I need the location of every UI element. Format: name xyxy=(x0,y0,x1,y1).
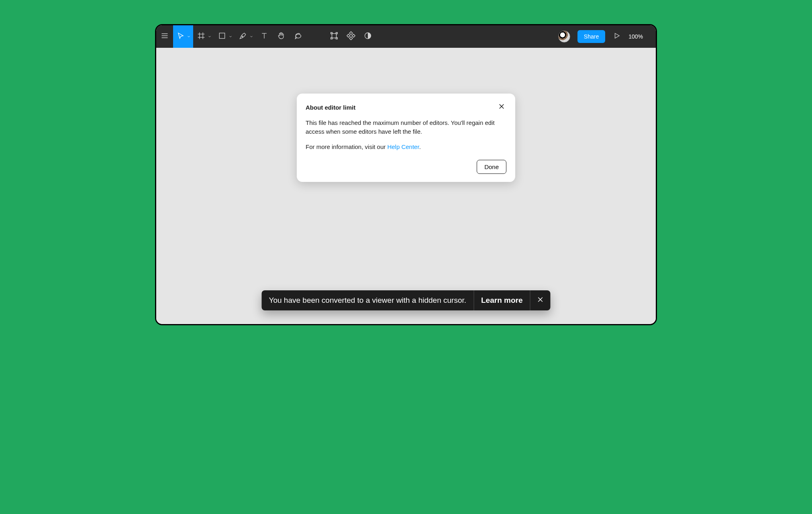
toolbar-left xyxy=(156,25,376,48)
done-button[interactable]: Done xyxy=(477,160,506,174)
user-avatar[interactable] xyxy=(558,31,570,43)
svg-rect-15 xyxy=(336,38,338,39)
chevron-down-icon xyxy=(208,35,212,39)
comment-tool-button[interactable] xyxy=(290,25,306,48)
svg-rect-7 xyxy=(219,33,224,38)
components-tool-button[interactable] xyxy=(343,25,359,48)
pen-icon xyxy=(239,32,247,41)
modal-body-line2: For more information, visit our Help Cen… xyxy=(306,143,506,151)
modal-body-line1: This file has reached the maximum number… xyxy=(306,118,506,136)
chevron-down-icon xyxy=(187,35,191,39)
zoom-label: 100% xyxy=(628,33,643,40)
hand-icon xyxy=(277,32,285,41)
rectangle-icon xyxy=(218,32,226,41)
mask-tool-button[interactable] xyxy=(359,25,376,48)
svg-marker-21 xyxy=(615,33,620,38)
svg-rect-11 xyxy=(332,34,337,38)
toast-message: You have been converted to a viewer with… xyxy=(262,290,474,310)
toolbar-right: Share 100% xyxy=(554,25,656,48)
toast-close-button[interactable] xyxy=(530,290,551,310)
close-icon xyxy=(498,103,505,112)
toolbar: Share 100% xyxy=(156,25,656,48)
share-button[interactable]: Share xyxy=(577,30,605,43)
shape-tool-button[interactable] xyxy=(214,25,235,48)
canvas[interactable]: About editor limit This file has reached… xyxy=(156,48,656,324)
menu-icon xyxy=(161,32,169,41)
modal-body: This file has reached the maximum number… xyxy=(306,118,506,151)
zoom-dropdown[interactable]: 100% xyxy=(625,33,656,40)
text-icon xyxy=(260,32,268,41)
chevron-down-icon xyxy=(645,35,649,39)
move-tool-button[interactable] xyxy=(173,25,193,48)
svg-point-8 xyxy=(242,36,243,37)
cursor-icon xyxy=(177,32,184,41)
svg-rect-19 xyxy=(352,34,355,37)
main-menu-button[interactable] xyxy=(156,25,173,48)
modal-body-line2-suffix: . xyxy=(419,143,421,150)
svg-rect-17 xyxy=(349,37,353,40)
frame-tool-button[interactable] xyxy=(193,25,214,48)
svg-rect-14 xyxy=(331,38,333,39)
text-tool-button[interactable] xyxy=(256,25,273,48)
svg-rect-13 xyxy=(336,33,338,34)
chevron-down-icon xyxy=(249,35,253,39)
frame-icon xyxy=(197,32,205,41)
modal-header: About editor limit xyxy=(306,102,506,112)
play-icon xyxy=(613,32,620,41)
comment-icon xyxy=(294,32,302,41)
modal-footer: Done xyxy=(306,160,506,174)
edit-object-tool-button[interactable] xyxy=(326,25,343,48)
viewer-toast: You have been converted to a viewer with… xyxy=(262,290,551,310)
app-window: Share 100% About editor limit xyxy=(155,24,657,325)
modal-title: About editor limit xyxy=(306,104,355,111)
mask-icon xyxy=(364,32,372,41)
vector-edit-icon xyxy=(330,31,339,42)
modal-body-line2-prefix: For more information, visit our xyxy=(306,143,387,150)
chevron-down-icon xyxy=(229,35,233,39)
pen-tool-button[interactable] xyxy=(235,25,256,48)
present-button[interactable] xyxy=(608,25,625,48)
close-icon xyxy=(537,296,544,305)
editor-limit-modal: About editor limit This file has reached… xyxy=(297,94,515,182)
svg-rect-12 xyxy=(331,33,333,34)
svg-rect-16 xyxy=(349,32,353,35)
toast-learn-more-link[interactable]: Learn more xyxy=(474,290,530,310)
component-icon xyxy=(347,31,355,42)
svg-rect-18 xyxy=(347,34,350,37)
help-center-link[interactable]: Help Center xyxy=(387,143,419,150)
modal-close-button[interactable] xyxy=(497,102,506,112)
hand-tool-button[interactable] xyxy=(273,25,290,48)
